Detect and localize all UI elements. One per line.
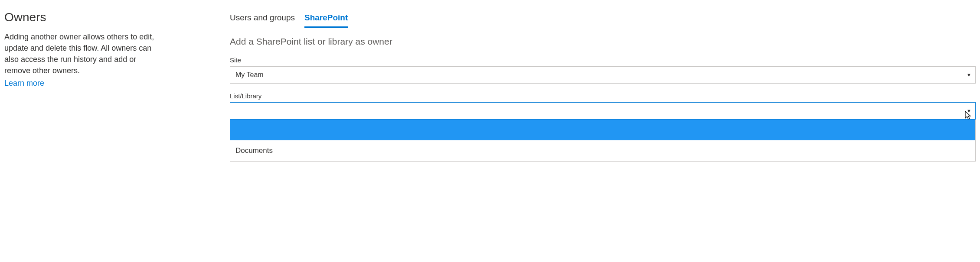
add-sharepoint-heading: Add a SharePoint list or library as owne…: [230, 36, 976, 47]
dropdown-option-empty[interactable]: [230, 120, 975, 140]
list-library-dropdown: Documents: [230, 120, 976, 162]
owners-title: Owners: [4, 10, 160, 24]
site-select-value: My Team: [235, 71, 264, 79]
sharepoint-panel: Users and groups SharePoint Add a ShareP…: [230, 4, 976, 170]
owners-description: Adding another owner allows others to ed…: [4, 31, 160, 76]
list-library-select[interactable]: [230, 102, 976, 120]
list-library-label: List/Library: [230, 92, 976, 100]
list-library-field-group: List/Library ▼ Documents: [230, 92, 976, 162]
tab-sharepoint[interactable]: SharePoint: [304, 13, 348, 28]
tabs-container: Users and groups SharePoint: [230, 13, 976, 28]
list-library-select-wrapper: ▼: [230, 102, 976, 120]
tab-users-and-groups[interactable]: Users and groups: [230, 13, 295, 28]
owners-panel: Owners Adding another owner allows other…: [4, 4, 160, 170]
dropdown-option-documents[interactable]: Documents: [230, 140, 975, 161]
site-select[interactable]: My Team: [230, 66, 976, 84]
site-field-group: Site My Team ▼: [230, 56, 976, 84]
site-label: Site: [230, 56, 976, 64]
site-select-wrapper: My Team ▼: [230, 66, 976, 84]
learn-more-link[interactable]: Learn more: [4, 79, 44, 87]
dropdown-option-label: Documents: [235, 146, 273, 155]
